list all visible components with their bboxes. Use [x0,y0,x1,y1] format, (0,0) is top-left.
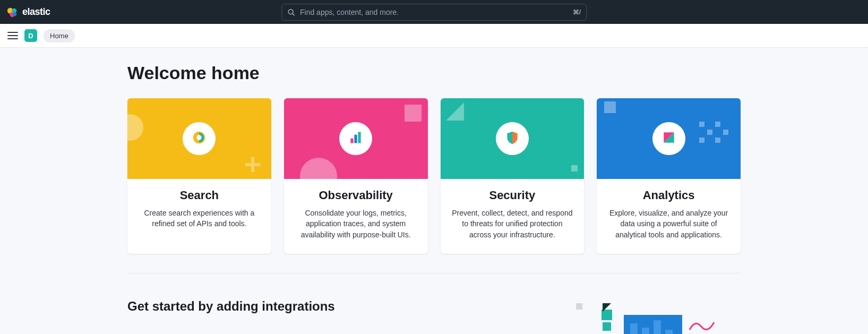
card-security-desc: Prevent, collect, detect, and respond to… [451,208,574,240]
integrations-title: Get started by adding integrations [127,299,335,314]
observability-solution-icon [348,130,363,147]
svg-rect-31 [630,323,638,334]
card-security-hero [441,98,585,179]
svg-rect-24 [715,138,720,143]
breadcrumb-home[interactable]: Home [44,29,75,42]
svg-marker-16 [446,102,464,121]
page-title: Welcome home [127,63,741,83]
svg-line-5 [293,13,295,15]
svg-point-12 [300,158,337,179]
svg-rect-8 [245,163,260,166]
global-search-box[interactable]: ⌘/ [281,4,587,21]
search-icon [287,8,295,16]
card-security[interactable]: Security Prevent, collect, detect, and r… [441,98,585,254]
security-solution-icon [505,130,520,147]
svg-rect-32 [642,328,649,334]
svg-rect-27 [576,303,582,310]
svg-rect-29 [603,322,611,331]
integrations-section: Get started by adding integrations [127,299,741,334]
card-analytics-hero [597,98,741,179]
svg-point-3 [13,12,16,16]
svg-rect-19 [699,122,704,127]
svg-rect-14 [355,135,357,143]
card-analytics[interactable]: Analytics Explore, visualize, and analyz… [597,98,741,254]
svg-rect-33 [654,320,661,334]
svg-point-4 [288,9,293,14]
card-search-desc: Create search experiences with a refined… [138,208,261,229]
solution-cards: Search Create search experiences with a … [127,98,741,254]
card-observability-hero [284,98,428,179]
svg-rect-22 [723,130,728,135]
svg-rect-18 [604,101,616,113]
brand-logo[interactable]: elastic [6,6,50,18]
sub-header: D Home [0,24,868,48]
svg-rect-21 [707,130,712,135]
brand-name: elastic [22,6,50,18]
svg-rect-11 [405,105,422,122]
svg-rect-15 [358,132,361,143]
card-search[interactable]: Search Create search experiences with a … [127,98,271,254]
card-search-hero [127,98,271,179]
analytics-solution-icon [662,131,676,147]
svg-rect-20 [715,122,720,127]
svg-rect-13 [351,139,354,143]
global-search-input[interactable] [300,8,568,16]
card-observability-desc: Consolidate your logs, metrics, applicat… [295,208,417,240]
global-header: elastic ⌘/ [0,0,868,24]
space-selector[interactable]: D [24,29,37,42]
global-search: ⌘/ [281,4,587,21]
search-solution-icon [191,130,207,148]
svg-rect-34 [665,330,673,334]
card-security-title: Security [451,189,574,202]
svg-point-6 [127,114,143,141]
nav-toggle-button[interactable] [7,30,18,41]
integrations-illustration [571,299,741,334]
card-analytics-title: Analytics [607,189,730,202]
card-search-title: Search [138,189,261,202]
svg-rect-17 [571,165,578,172]
svg-rect-23 [699,138,704,143]
elastic-logo-icon [6,6,18,18]
card-observability-title: Observability [295,189,417,202]
svg-point-10 [197,135,202,140]
card-analytics-desc: Explore, visualize, and analyze your dat… [607,208,730,240]
section-divider [127,273,741,273]
card-observability[interactable]: Observability Consolidate your logs, met… [284,98,428,254]
search-shortcut-hint: ⌘/ [573,8,581,16]
main-content: Welcome home Search [127,48,741,334]
